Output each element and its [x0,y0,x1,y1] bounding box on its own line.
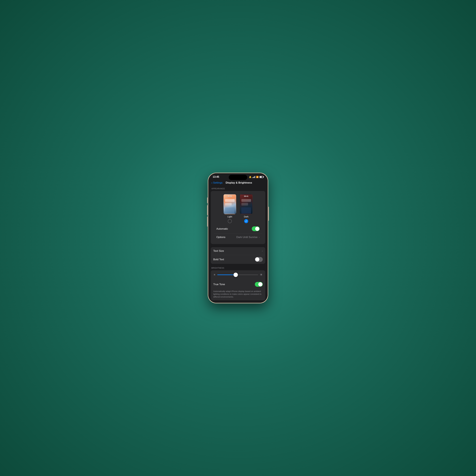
back-button[interactable]: ‹ Settings [211,181,222,185]
mute-button[interactable] [207,198,208,203]
slider-fill [217,274,236,275]
screen-content: 13:45 🔔 📶 [208,173,268,303]
brightness-slider[interactable] [217,274,258,275]
options-value: Dark Until Sunrise [236,236,257,239]
bold-text-toggle-thumb [255,257,259,261]
brightness-section-label: BRIGHTNESS [208,267,268,270]
light-label: Light [227,215,232,218]
automatic-row[interactable]: Automatic [214,224,262,233]
light-radio[interactable] [228,219,232,223]
signal-icon [252,176,255,178]
appearance-card: 09:41 Light [211,191,265,244]
automatic-label: Automatic [216,227,228,230]
dark-radio[interactable]: ✓ [244,219,248,223]
true-tone-description: Automatically adapt iPhone display based… [211,289,265,300]
sun-large-icon: ☀ [260,273,263,277]
dark-preview-time: 09:41 [240,194,252,197]
phone-frame: 13:45 🔔 📶 [208,173,268,303]
appearance-section-label: APPEARANCE [208,187,268,191]
appearance-options: 09:41 Light [214,194,262,223]
bell-icon: 🔔 [249,176,252,178]
battery-icon [259,176,263,178]
status-time: 13:45 [213,175,219,178]
dark-option[interactable]: 09:41 Dark ✓ [240,194,253,223]
phone-screen: 13:45 🔔 📶 [208,173,268,303]
options-row[interactable]: Options Dark Until Sunrise › [214,233,262,241]
text-size-label: Text Size [213,249,224,253]
status-icons: 🔔 📶 [249,176,263,178]
options-chevron-icon: › [259,236,260,239]
back-label[interactable]: Settings [213,181,222,184]
text-card: Text Size › Bold Text [211,247,265,264]
volume-down-button[interactable] [207,217,208,227]
options-label: Options [216,236,225,239]
bold-text-toggle[interactable] [255,257,263,262]
volume-up-button[interactable] [207,205,208,215]
dark-label: Dark [244,215,249,218]
power-button[interactable] [268,207,269,221]
light-option[interactable]: 09:41 Light [223,194,236,223]
text-size-row[interactable]: Text Size › [211,247,265,255]
page-title: Display & Brightness [226,181,252,184]
light-preview: 09:41 [223,194,236,214]
true-tone-toggle[interactable] [255,282,263,287]
checkmark-icon: ✓ [245,220,247,222]
sun-small-icon: ☀ [213,273,216,276]
brightness-slider-row[interactable]: ☀ ☀ [213,273,263,277]
back-chevron-icon: ‹ [211,181,212,185]
nav-header: ‹ Settings Display & Brightness [208,180,268,186]
true-tone-row[interactable]: True Tone [211,280,265,289]
dark-preview: 09:41 [240,194,253,214]
text-size-chevron-icon: › [262,249,263,253]
automatic-toggle[interactable] [252,226,260,231]
bold-text-row[interactable]: Bold Text [211,255,265,264]
toggle-thumb [255,227,259,231]
settings-content[interactable]: APPEARANCE 09:41 [208,186,268,303]
bold-text-label: Bold Text [213,258,224,261]
true-tone-toggle-thumb [258,282,262,286]
wifi-icon: 📶 [256,176,258,178]
true-tone-label: True Tone [213,283,225,286]
slider-thumb[interactable] [234,273,238,277]
dynamic-island [229,175,247,180]
light-preview-time: 09:41 [224,194,236,197]
options-right: Dark Until Sunrise › [236,236,260,239]
brightness-card: ☀ ☀ True Tone [211,270,265,300]
